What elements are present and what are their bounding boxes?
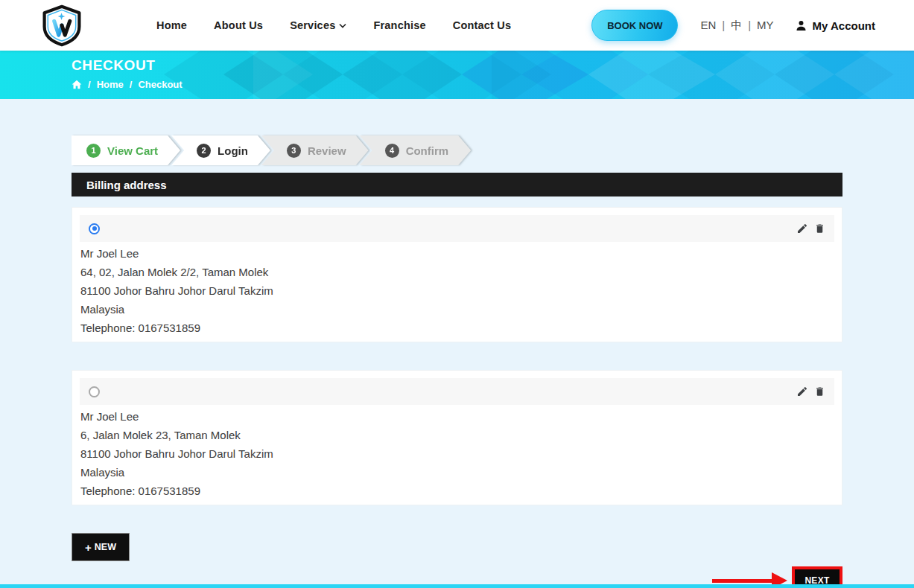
nav-about-us[interactable]: About Us	[214, 19, 263, 31]
address-block: Mr Joel Lee 64, 02, Jalan Molek 2/2, Tam…	[80, 242, 834, 337]
nav-franchise[interactable]: Franchise	[373, 19, 425, 31]
shield-w-logo[interactable]	[36, 3, 88, 48]
breadcrumb: / Home / Checkout	[72, 79, 183, 90]
address-line-phone: Telephone: 0167531859	[80, 482, 833, 500]
checkout-content: 1 View Cart 2 Login 3 Review 4 Confirm B…	[0, 99, 914, 588]
breadcrumb-checkout: Checkout	[138, 79, 182, 90]
language-switcher: EN | 中 | MY	[700, 19, 773, 33]
step-number-badge: 3	[287, 144, 301, 158]
address-radio-unselected[interactable]	[89, 386, 100, 397]
checkout-stepper: 1 View Cart 2 Login 3 Review 4 Confirm	[72, 135, 842, 165]
address-card: Mr Joel Lee 64, 02, Jalan Molek 2/2, Tam…	[72, 207, 842, 342]
step-label: Review	[308, 144, 346, 157]
address-line-city: 81100 Johor Bahru Johor Darul Takzim	[80, 281, 833, 300]
step-number-badge: 1	[86, 144, 101, 158]
billing-address-header: Billing address	[72, 173, 842, 196]
address-line-name: Mr Joel Lee	[80, 407, 833, 426]
trash-icon[interactable]	[814, 386, 825, 397]
book-now-button[interactable]: BOOK NOW	[591, 10, 678, 41]
home-icon[interactable]	[72, 80, 82, 89]
footer-top-strip	[0, 584, 914, 588]
breadcrumb-separator: /	[130, 79, 133, 90]
page-banner: CHECKOUT / Home / Checkout	[0, 51, 914, 99]
pencil-icon[interactable]	[796, 386, 808, 397]
breadcrumb-home[interactable]: Home	[97, 79, 124, 90]
plus-icon: +	[85, 542, 92, 553]
address-card-toolbar	[80, 378, 834, 405]
nav-contact-us[interactable]: Contact Us	[453, 19, 512, 31]
main-nav: Home About Us Services Franchise Contact…	[156, 19, 511, 31]
address-line-city: 81100 Johor Bahru Johor Darul Takzim	[80, 444, 833, 463]
address-card: Mr Joel Lee 6, Jalan Molek 23, Taman Mol…	[72, 370, 842, 505]
address-line-street: 64, 02, Jalan Molek 2/2, Taman Molek	[80, 263, 833, 281]
step-view-cart[interactable]: 1 View Cart	[72, 135, 180, 165]
step-number-badge: 2	[197, 144, 211, 158]
lang-separator: |	[748, 19, 751, 33]
address-radio-selected[interactable]	[89, 223, 100, 234]
page-title: CHECKOUT	[72, 57, 183, 74]
step-label: Login	[218, 144, 248, 157]
step-number-badge: 4	[385, 144, 399, 158]
step-confirm: 4 Confirm	[360, 135, 472, 165]
top-navbar: Home About Us Services Franchise Contact…	[0, 0, 914, 51]
person-icon	[795, 19, 807, 32]
chevron-down-icon	[339, 23, 346, 28]
lang-en[interactable]: EN	[700, 19, 716, 33]
address-line-phone: Telephone: 0167531859	[80, 319, 833, 337]
address-line-street: 6, Jalan Molek 23, Taman Molek	[80, 426, 833, 444]
address-line-name: Mr Joel Lee	[80, 244, 833, 263]
step-label: Confirm	[406, 144, 449, 157]
step-label: View Cart	[107, 144, 158, 157]
address-card-toolbar	[80, 215, 834, 242]
my-account-button[interactable]: My Account	[795, 19, 875, 32]
lang-zh[interactable]: 中	[731, 19, 742, 33]
nav-home[interactable]: Home	[156, 19, 187, 31]
address-block: Mr Joel Lee 6, Jalan Molek 23, Taman Mol…	[80, 405, 834, 500]
step-login[interactable]: 2 Login	[171, 135, 270, 165]
nav-services[interactable]: Services	[290, 19, 346, 31]
address-line-country: Malaysia	[80, 300, 833, 319]
breadcrumb-separator: /	[88, 79, 91, 90]
new-address-button[interactable]: + NEW	[72, 533, 130, 561]
step-review: 3 Review	[261, 135, 369, 165]
trash-icon[interactable]	[814, 223, 825, 234]
lang-my[interactable]: MY	[757, 19, 774, 33]
lang-separator: |	[722, 19, 725, 33]
pencil-icon[interactable]	[796, 223, 808, 234]
address-line-country: Malaysia	[80, 463, 833, 482]
